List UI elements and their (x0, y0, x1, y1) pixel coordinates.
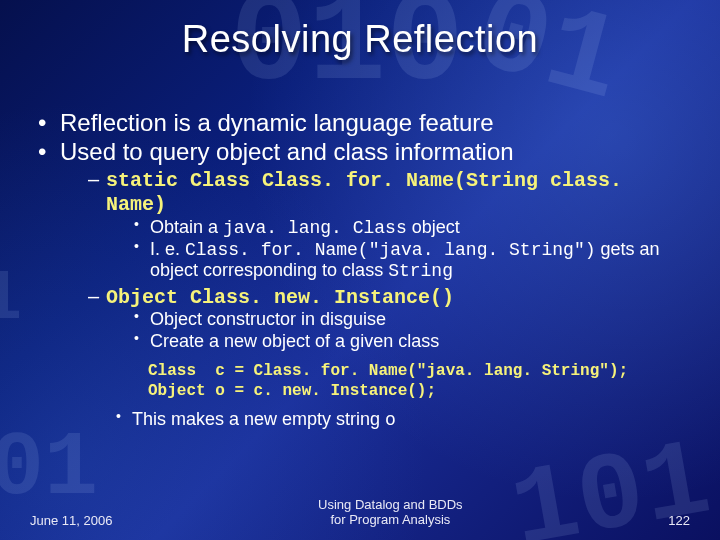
sub-2b: Create a new object of a given class (134, 331, 690, 351)
sub-1b-pre: I. e. (150, 239, 185, 259)
bullet-2: Used to query object and class informati… (38, 139, 690, 430)
followup-text: This makes a new empty string (132, 409, 385, 429)
bullet-1: Reflection is a dynamic language feature (38, 110, 690, 137)
sub-1b-code: Class. for. Name("java. lang. String") (185, 240, 595, 260)
sub-2: Object Class. new. Instance() Object con… (88, 285, 690, 351)
footer-center-line2: for Program Analysis (318, 512, 463, 528)
slide-footer: June 11, 2006 Using Datalog and BDDs for… (30, 497, 690, 528)
slide-body: Reflection is a dynamic language feature… (38, 110, 690, 432)
footer-center: Using Datalog and BDDs for Program Analy… (318, 497, 463, 528)
footer-page-number: 122 (668, 513, 690, 528)
sub-2-code: Object Class. new. Instance() (106, 286, 454, 309)
sub-1a-code: java. lang. Class (223, 218, 407, 238)
footer-date: June 11, 2006 (30, 513, 112, 528)
sub-1a-post: object (407, 217, 460, 237)
sub-1a: Obtain a java. lang. Class object (134, 217, 690, 238)
sub-2a: Object constructor in disguise (134, 309, 690, 329)
sub-1a-pre: Obtain a (150, 217, 223, 237)
followup-bullet: This makes a new empty string o (116, 409, 690, 430)
slide-title: Resolving Reflection (0, 18, 720, 61)
sub-1b-code2: String (388, 261, 453, 281)
sub-1-code: static Class Class. for. Name(String cla… (106, 169, 622, 216)
sub-1: static Class Class. for. Name(String cla… (88, 168, 690, 281)
footer-center-line1: Using Datalog and BDDs (318, 497, 463, 513)
sub-1b: I. e. Class. for. Name("java. lang. Stri… (134, 239, 690, 281)
followup-code: o (385, 410, 396, 430)
code-block: Class c = Class. for. Name("java. lang. … (148, 361, 690, 401)
bullet-2-text: Used to query object and class informati… (60, 138, 514, 165)
